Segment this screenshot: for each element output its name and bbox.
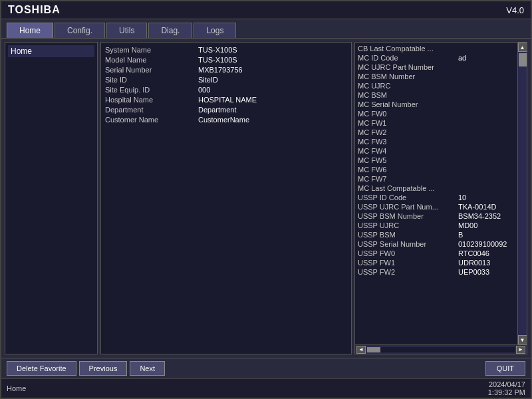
right-row-0: CB Last Compatable ... [358,44,515,53]
info-row-system-name: System Name TUS-X100S [105,45,347,55]
tab-utils[interactable]: Utils [106,23,147,38]
info-row-serial-number: Serial Number MXB1793756 [105,65,347,74]
right-row-16: USSP ID Code 10 [358,193,515,202]
right-label-20: USSP BSM [358,231,454,239]
h-scroll-thumb[interactable] [367,347,380,352]
info-panel: System Name TUS-X100S Model Name TUS-X10… [100,42,352,354]
label-site-equip-id: Site Equip. ID [105,86,192,94]
right-value-16: 10 [458,194,466,201]
right-label-17: USSP UJRC Part Num... [358,203,454,211]
right-row-14: MC FW7 [358,174,515,184]
value-system-name: TUS-X100S [198,46,237,54]
right-row-22: USSP FW0 RTC0046 [358,249,515,258]
right-value-24: UEP0033 [458,268,489,276]
scroll-left-button[interactable]: ◄ [356,346,366,354]
value-hospital-name: HOSPITAL NAME [198,96,257,104]
info-row-site-equip-id: Site Equip. ID 000 [105,85,347,94]
info-row-model-name: Model Name TUS-X100S [105,55,347,65]
right-value-19: MD00 [458,221,477,229]
label-hospital-name: Hospital Name [105,96,192,104]
label-customer-name: Customer Name [105,116,192,124]
right-label-18: USSP BSM Number [358,212,454,220]
right-panel-scroll[interactable]: CB Last Compatable ... MC ID Code ad MC … [355,43,517,344]
right-label-15: MC Last Compatable ... [358,184,454,192]
right-label-19: USSP UJRC [358,221,454,229]
right-label-23: USSP FW1 [358,259,454,267]
right-row-21: USSP Serial Number 010239100092 [358,239,515,249]
title-bar: TOSHIBA V4.0 [1,1,531,19]
right-label-14: MC FW7 [358,175,454,183]
right-row-13: MC FW6 [358,165,515,174]
tab-bar: Home Config. Utils Diag. Logs [1,19,531,39]
right-label-0: CB Last Compatable ... [358,45,454,53]
right-label-1: MC ID Code [358,54,454,62]
scroll-down-button[interactable]: ▼ [518,335,527,344]
right-label-12: MC FW5 [358,156,454,164]
right-row-17: USSP UJRC Part Num... TKA-0014D [358,202,515,211]
right-row-19: USSP UJRC MD00 [358,221,515,230]
vertical-scrollbar[interactable]: ▲ ▼ [517,43,527,344]
next-button[interactable]: Next [130,361,165,376]
value-site-id: SiteID [198,76,218,84]
right-value-21: 010239100092 [458,240,507,248]
sidebar-title: Home [8,45,94,57]
status-date: 2024/04/17 [489,380,525,388]
right-label-11: MC FW4 [358,147,454,155]
info-row-hospital-name: Hospital Name HOSPITAL NAME [105,95,347,104]
info-row-customer-name: Customer Name CustomerName [105,115,347,124]
right-row-11: MC FW4 [358,146,515,156]
right-value-23: UDR0013 [458,259,490,267]
right-value-18: BSM34-2352 [458,212,501,220]
right-row-1: MC ID Code ad [358,53,515,63]
tab-config[interactable]: Config. [55,23,105,38]
delete-favorite-button[interactable]: Delete Favorite [7,361,76,376]
status-datetime: 2024/04/17 1:39:32 PM [488,380,525,396]
right-label-16: USSP ID Code [358,194,454,201]
bottom-left-buttons: Delete Favorite Previous Next [7,361,165,376]
horizontal-scrollbar[interactable]: ◄ ► [355,344,527,354]
right-label-8: MC FW1 [358,119,454,127]
value-site-equip-id: 000 [198,86,210,94]
label-system-name: System Name [105,46,192,54]
right-row-10: MC FW3 [358,137,515,146]
label-site-id: Site ID [105,76,192,84]
right-value-17: TKA-0014D [458,203,496,211]
value-customer-name: CustomerName [198,116,249,124]
right-label-7: MC FW0 [358,110,454,118]
tab-logs[interactable]: Logs [194,23,236,38]
h-scroll-track [367,347,515,352]
value-department: Department [198,106,236,114]
right-label-2: MC UJRC Part Number [358,63,454,71]
right-label-3: MC BSM Number [358,72,454,80]
right-row-24: USSP FW2 UEP0033 [358,267,515,277]
bottom-bar: Delete Favorite Previous Next QUIT [1,358,531,378]
scroll-thumb[interactable] [519,53,527,66]
previous-button[interactable]: Previous [79,361,128,376]
tab-diag[interactable]: Diag. [148,23,192,38]
right-row-4: MC UJRC [358,81,515,90]
right-row-6: MC Serial Number [358,100,515,109]
quit-button[interactable]: QUIT [485,361,525,376]
version-label: V4.0 [506,5,524,15]
label-model-name: Model Name [105,56,192,64]
label-department: Department [105,106,192,114]
status-time: 1:39:32 PM [488,388,525,396]
status-bar: Home 2024/04/17 1:39:32 PM [1,378,531,398]
label-serial-number: Serial Number [105,66,192,74]
main-window: TOSHIBA V4.0 Home Config. Utils Diag. Lo… [0,0,532,399]
scroll-right-button[interactable]: ► [516,346,525,354]
status-home-label: Home [7,384,26,392]
right-label-6: MC Serial Number [358,100,454,108]
right-label-24: USSP FW2 [358,268,454,276]
right-label-21: USSP Serial Number [358,240,454,248]
right-row-8: MC FW1 [358,118,515,128]
sidebar: Home [5,42,98,354]
right-row-3: MC BSM Number [358,72,515,81]
right-value-1: ad [458,54,466,62]
tab-home[interactable]: Home [7,23,53,38]
right-row-23: USSP FW1 UDR0013 [358,258,515,267]
right-row-7: MC FW0 [358,109,515,118]
right-row-18: USSP BSM Number BSM34-2352 [358,211,515,221]
scroll-up-button[interactable]: ▲ [518,43,527,52]
right-label-22: USSP FW0 [358,249,454,257]
